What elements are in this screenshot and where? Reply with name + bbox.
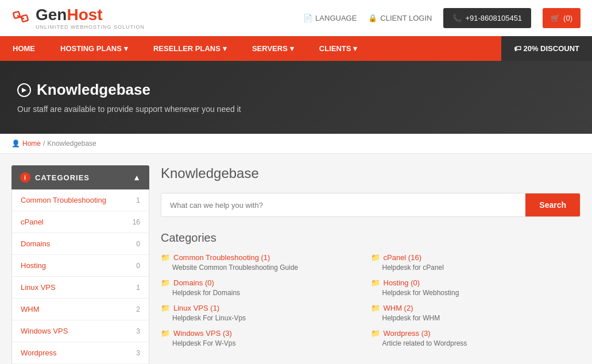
sidebar-item-cpanel[interactable]: cPanel 16 [12, 211, 149, 233]
phone-button[interactable]: 📞 +91-8608105451 [443, 8, 531, 28]
cat-link-linux-vps[interactable]: 📁 Linux VPS (1) [161, 304, 365, 312]
search-input[interactable] [161, 193, 525, 216]
nav-servers[interactable]: SERVERS ▾ [239, 36, 307, 61]
page-title: Knowledgebase [161, 165, 581, 181]
sidebar-item-linux-vps[interactable]: Linux VPS 1 [12, 277, 149, 299]
logo-host: Host [67, 6, 102, 24]
sidebar-item-wordpress[interactable]: Wordpress 3 [12, 342, 149, 364]
categories-title: Categories [161, 231, 581, 245]
cat-label-wordpress: Wordpress (3) [384, 329, 431, 338]
sidebar-header-left: i CATEGORIES [20, 172, 90, 183]
chevron-down-icon: ▾ [290, 44, 294, 53]
cat-label-linux-vps: Linux VPS (1) [173, 304, 219, 312]
cat-desc-domains: Helpdesk for Domains [161, 289, 365, 297]
nav-reseller-plans[interactable]: RESELLER PLANS ▾ [141, 36, 239, 61]
folder-icon: 📁 [161, 329, 170, 338]
cat-item-whm: 📁 WHM (2) Helpdesk for WHM [371, 304, 575, 322]
lock-icon: 🔒 [368, 14, 377, 22]
sidebar-list: Common Troubleshooting 1 cPanel 16 Domai… [11, 189, 149, 364]
svg-rect-0 [13, 11, 20, 18]
sidebar-count-wordpress: 3 [136, 349, 140, 357]
cat-label-whm: WHM (2) [384, 304, 413, 312]
main-layout: i CATEGORIES ▲ Common Troubleshooting 1 … [0, 154, 592, 364]
chevron-down-icon: ▾ [124, 44, 128, 53]
cat-item-hosting: 📁 Hosting (0) Helpdesk for Webhosting [371, 278, 575, 297]
language-icon: 📄 [303, 14, 312, 22]
cart-button[interactable]: 🛒 (0) [543, 8, 581, 28]
hero-section: ▶ Knowledgebase Our staff are available … [0, 61, 592, 134]
cart-count: (0) [563, 14, 572, 22]
sidebar-count-linux-vps: 1 [136, 284, 140, 292]
cat-link-hosting[interactable]: 📁 Hosting (0) [371, 278, 575, 287]
hero-subtitle: Our staff are available to provide suppo… [17, 104, 575, 114]
nav-clients[interactable]: CLIENTS ▾ [307, 36, 370, 61]
category-col-left: 📁 Common Troubleshooting (1) Website Com… [161, 253, 371, 354]
sidebar: i CATEGORIES ▲ Common Troubleshooting 1 … [11, 165, 149, 364]
breadcrumb-current: Knowledgebase [47, 140, 96, 148]
sidebar-count-domains: 0 [136, 240, 140, 248]
cat-desc-windows-vps: Helpdesk For W-Vps [161, 339, 365, 347]
nav-servers-label: SERVERS [252, 44, 288, 53]
nav-hosting-plans-label: HOSTING PLANS [60, 44, 122, 53]
sidebar-link-linux-vps: Linux VPS [21, 283, 56, 292]
nav-reseller-plans-label: RESELLER PLANS [153, 44, 220, 53]
search-bar: Search [161, 193, 581, 217]
cat-label-common-troubleshooting: Common Troubleshooting (1) [173, 253, 270, 262]
sidebar-link-common-troubleshooting: Common Troubleshooting [21, 196, 106, 204]
cat-label-cpanel: cPanel (16) [384, 253, 421, 262]
hero-title: ▶ Knowledgebase [17, 81, 575, 99]
cat-item-wordpress: 📁 Wordpress (3) Article related to Wordp… [371, 329, 575, 347]
cat-desc-whm: Helpdesk for WHM [371, 314, 575, 322]
header: GenHost UNLIMITED WEBHOSTING SOLUTION 📄 … [0, 0, 592, 36]
breadcrumb-home[interactable]: Home [22, 140, 41, 148]
cat-item-domains: 📁 Domains (0) Helpdesk for Domains [161, 278, 365, 297]
cat-link-cpanel[interactable]: 📁 cPanel (16) [371, 253, 575, 262]
search-button[interactable]: Search [525, 193, 580, 216]
cat-link-wordpress[interactable]: 📁 Wordpress (3) [371, 329, 575, 338]
folder-icon: 📁 [371, 329, 380, 338]
sidebar-item-whm[interactable]: WHM 2 [12, 299, 149, 320]
cat-desc-cpanel: Helpdesk for cPanel [371, 264, 575, 272]
nav-discount-label: 🏷 20% DISCOUNT [514, 44, 579, 53]
sidebar-link-wordpress: Wordpress [21, 348, 57, 357]
sidebar-count-common-troubleshooting: 1 [136, 196, 140, 204]
sidebar-count-hosting: 0 [136, 262, 140, 270]
main-nav: HOME HOSTING PLANS ▾ RESELLER PLANS ▾ SE… [0, 36, 592, 61]
phone-icon: 📞 [452, 14, 462, 22]
sidebar-count-windows-vps: 3 [136, 327, 140, 335]
folder-icon: 📁 [371, 278, 380, 287]
cat-item-windows-vps: 📁 Windows VPS (3) Helpdesk For W-Vps [161, 329, 365, 347]
cat-item-common-troubleshooting: 📁 Common Troubleshooting (1) Website Com… [161, 253, 365, 272]
breadcrumb-separator: / [43, 140, 45, 148]
cat-link-windows-vps[interactable]: 📁 Windows VPS (3) [161, 329, 365, 338]
cart-icon: 🛒 [551, 14, 560, 22]
nav-discount[interactable]: 🏷 20% DISCOUNT [501, 36, 592, 61]
sidebar-count-cpanel: 16 [133, 218, 140, 226]
info-icon: i [20, 172, 30, 183]
sidebar-title: CATEGORIES [35, 173, 90, 182]
language-label: LANGUAGE [315, 14, 357, 22]
nav-home[interactable]: HOME [0, 36, 48, 61]
sidebar-link-whm: WHM [21, 305, 40, 313]
nav-hosting-plans[interactable]: HOSTING PLANS ▾ [48, 36, 141, 61]
logo-icon [11, 7, 32, 28]
cat-link-domains[interactable]: 📁 Domains (0) [161, 278, 365, 287]
cat-link-common-troubleshooting[interactable]: 📁 Common Troubleshooting (1) [161, 253, 365, 262]
folder-icon: 📁 [371, 253, 380, 262]
logo-subtitle: UNLIMITED WEBHOSTING SOLUTION [36, 24, 145, 30]
chevron-up-icon: ▲ [133, 173, 141, 182]
client-login-link[interactable]: 🔒 CLIENT LOGIN [368, 14, 432, 22]
language-link[interactable]: 📄 LANGUAGE [303, 14, 357, 22]
folder-icon: 📁 [161, 278, 170, 287]
sidebar-item-common-troubleshooting[interactable]: Common Troubleshooting 1 [12, 189, 149, 211]
sidebar-item-hosting[interactable]: Hosting 0 [12, 255, 149, 277]
logo-text: GenHost [36, 6, 145, 24]
category-col-right: 📁 cPanel (16) Helpdesk for cPanel 📁 Host… [371, 253, 581, 354]
sidebar-item-domains[interactable]: Domains 0 [12, 233, 149, 255]
cat-desc-hosting: Helpdesk for Webhosting [371, 289, 575, 297]
cat-link-whm[interactable]: 📁 WHM (2) [371, 304, 575, 312]
play-icon: ▶ [17, 83, 31, 97]
logo-area: GenHost UNLIMITED WEBHOSTING SOLUTION [11, 6, 145, 30]
folder-icon: 📁 [161, 253, 170, 262]
sidebar-item-windows-vps[interactable]: Windows VPS 3 [12, 320, 149, 342]
